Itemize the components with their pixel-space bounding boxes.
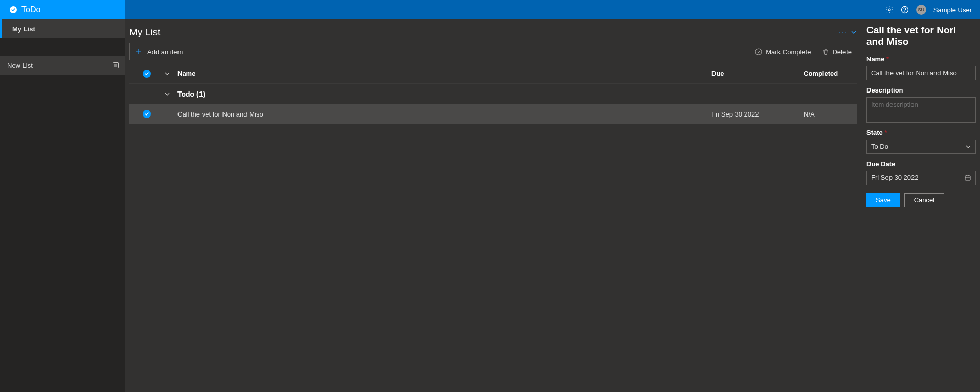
top-header: ToDo SU Sample User xyxy=(0,0,980,19)
cancel-button[interactable]: Cancel xyxy=(904,193,944,207)
sidebar: My List New List xyxy=(0,19,125,392)
detail-title: Call the vet for Nori and Miso xyxy=(866,25,976,48)
list-icon xyxy=(112,62,119,69)
mark-complete-label: Mark Complete xyxy=(766,48,811,56)
plus-icon xyxy=(135,48,142,55)
main-panel: My List ··· Add an item xyxy=(125,19,861,392)
delete-label: Delete xyxy=(832,48,852,56)
sidebar-item-mylist[interactable]: My List xyxy=(0,19,125,38)
due-date-picker[interactable]: Fri Sep 30 2022 xyxy=(866,171,976,185)
state-field-label: State * xyxy=(866,129,976,136)
name-field-label: Name * xyxy=(866,55,976,63)
chevron-down-icon[interactable] xyxy=(164,71,170,77)
task-status-icon[interactable] xyxy=(143,110,151,118)
task-due: Fri Sep 30 2022 xyxy=(711,110,804,118)
due-date-value: Fri Sep 30 2022 xyxy=(871,174,919,181)
svg-rect-6 xyxy=(965,176,970,180)
column-completed[interactable]: Completed xyxy=(804,70,850,77)
calendar-icon xyxy=(964,174,971,181)
chevron-down-icon[interactable] xyxy=(851,29,857,35)
due-date-field-label: Due Date xyxy=(866,160,976,168)
svg-point-1 xyxy=(888,9,890,11)
group-row[interactable]: Todo (1) xyxy=(129,84,857,104)
settings-gear-icon[interactable] xyxy=(885,6,894,14)
description-input[interactable] xyxy=(866,97,976,123)
description-field-label: Description xyxy=(866,86,976,94)
table-header: Name Due Completed xyxy=(129,63,857,84)
trash-icon xyxy=(822,48,829,55)
chevron-down-icon xyxy=(164,91,170,97)
task-table: Name Due Completed Todo (1) xyxy=(129,63,857,124)
detail-panel: Call the vet for Nori and Miso Name * De… xyxy=(861,19,980,392)
status-header-icon[interactable] xyxy=(143,70,151,78)
checkmark-circle-icon xyxy=(9,6,17,14)
help-icon[interactable] xyxy=(901,6,909,14)
brand: ToDo xyxy=(0,0,125,19)
task-completed: N/A xyxy=(804,110,850,118)
brand-label: ToDo xyxy=(21,5,40,14)
add-item-input[interactable]: Add an item xyxy=(129,43,748,60)
add-item-placeholder: Add an item xyxy=(147,48,183,56)
check-circle-outline-icon xyxy=(754,48,763,56)
column-due[interactable]: Due xyxy=(711,70,804,77)
chevron-down-icon xyxy=(965,144,971,150)
svg-point-3 xyxy=(904,11,905,12)
task-name: Call the vet for Nori and Miso xyxy=(177,110,711,118)
mark-complete-button[interactable]: Mark Complete xyxy=(749,43,816,60)
state-select[interactable]: To Do xyxy=(866,140,976,154)
more-options-icon[interactable]: ··· xyxy=(838,28,848,36)
task-row[interactable]: Call the vet for Nori and Miso Fri Sep 3… xyxy=(129,104,857,124)
sidebar-item-label: My List xyxy=(12,25,35,33)
column-name[interactable]: Name xyxy=(177,70,711,77)
svg-point-5 xyxy=(755,49,762,55)
new-list-button[interactable]: New List xyxy=(0,56,125,75)
name-input[interactable] xyxy=(866,66,976,80)
new-list-label: New List xyxy=(7,62,33,70)
user-avatar[interactable]: SU xyxy=(916,5,926,15)
save-button[interactable]: Save xyxy=(866,193,900,207)
state-value: To Do xyxy=(871,143,888,150)
delete-button[interactable]: Delete xyxy=(817,43,857,60)
group-label: Todo (1) xyxy=(177,90,711,98)
page-title: My List xyxy=(129,27,160,38)
user-name[interactable]: Sample User xyxy=(933,6,972,14)
